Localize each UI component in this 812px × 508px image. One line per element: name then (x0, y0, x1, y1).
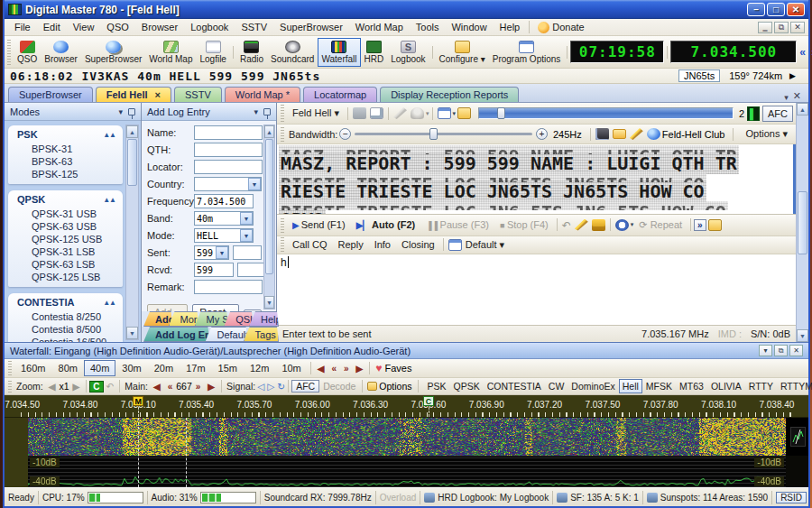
send-properties-icon[interactable] (708, 219, 722, 231)
mdi-restore-button[interactable]: ⧉ (774, 22, 789, 33)
frequency-scale[interactable]: 7.034.50 7.034.80 7.035.10 7.035.40 7.03… (5, 395, 808, 418)
menu-sstv[interactable]: SSTV (235, 20, 273, 34)
qth-field[interactable] (194, 143, 263, 157)
signal-prev-icon[interactable]: ◁ (257, 381, 264, 392)
tab-locatormap[interactable]: Locatormap (303, 87, 377, 102)
bandwidth-minus-button[interactable]: − (339, 128, 351, 140)
collapse-chevron-icon[interactable]: ▲▲ (103, 131, 115, 139)
locator-field[interactable] (194, 160, 263, 174)
mode-item[interactable]: Contestia 8/250 (8, 310, 123, 323)
frequency-up-button[interactable]: » (808, 46, 812, 59)
scheduler-clock-icon[interactable] (615, 219, 629, 231)
frequency-down-button[interactable]: « (797, 46, 808, 59)
hell-options-button[interactable]: Options ▾ (741, 125, 794, 143)
main-right-fast-icon[interactable]: ▶ (204, 382, 218, 392)
macro-reply[interactable]: Reply (333, 236, 369, 253)
log-menu-chevron-icon[interactable]: ▾ (254, 107, 258, 116)
mode-item[interactable]: QPSK-63 LSB (8, 258, 123, 271)
logfile-button[interactable]: Logfile (196, 38, 229, 67)
rcvd-extra-field[interactable] (237, 263, 266, 277)
slider-handle[interactable] (497, 107, 505, 119)
name-field[interactable] (194, 125, 263, 140)
marker-c[interactable]: C (423, 396, 434, 406)
zoom-in-icon[interactable]: ▶ (69, 382, 84, 392)
country-select[interactable]: ▼ (194, 177, 262, 191)
edit-pencil-icon[interactable] (630, 128, 643, 140)
mdi-minimize-button[interactable]: ‗ (758, 22, 772, 33)
menu-window[interactable]: Window (445, 20, 493, 34)
wf-mode-rtty[interactable]: RTTY (745, 379, 777, 393)
menu-edit[interactable]: Edit (37, 20, 67, 34)
mode-item[interactable]: QPSK-125 USB (8, 233, 123, 245)
hell-mode-select[interactable]: Feld Hell ▾ (287, 105, 345, 122)
tab-feld-hell[interactable]: Feld Hell× (96, 87, 171, 102)
bandwidth-slider-thumb[interactable] (429, 128, 438, 140)
band-first-icon[interactable]: ◀ (314, 364, 328, 374)
scrollbar-thumb[interactable] (798, 191, 807, 254)
undo-icon[interactable]: ↶ (106, 381, 115, 392)
mode-item[interactable]: QPSK-63 USB (8, 220, 123, 233)
collapse-chevron-icon[interactable]: ▲▲ (103, 299, 115, 307)
log-tab-add[interactable]: Add (143, 311, 173, 327)
scroll-up-icon[interactable]: ▲ (264, 125, 274, 138)
mode-item[interactable]: BPSK-125 (8, 168, 123, 180)
sunspots-status[interactable]: Sunspots: 114 Areas: 1590 (642, 491, 771, 504)
marker-m[interactable]: M (133, 396, 143, 406)
wf-mode-dominoex[interactable]: DominoEx (567, 379, 618, 393)
frequency-field[interactable] (194, 194, 254, 208)
signal-next-icon[interactable]: ▷ (267, 381, 274, 392)
edit-macros-icon[interactable] (575, 219, 588, 231)
repeat-button[interactable]: ⟳ Repeat (633, 217, 687, 234)
bandwidth-slider[interactable] (355, 133, 532, 135)
log-tab-mystation[interactable]: My S... (195, 311, 229, 327)
macro-info[interactable]: Info (369, 236, 396, 253)
menu-worldmap[interactable]: World Map (349, 20, 410, 34)
mode-item[interactable]: BPSK-63 (8, 155, 123, 168)
scrollbar-thumb[interactable] (265, 139, 273, 274)
waterfall-float-icon[interactable]: ⧉ (774, 345, 788, 356)
auto-button[interactable]: ▶▏Auto (F2) (351, 217, 421, 233)
tab-sstv[interactable]: SSTV (174, 87, 222, 102)
waterfall-close-icon[interactable]: ✕ (789, 345, 803, 356)
log-tab-help[interactable]: Help (249, 311, 279, 327)
waterfall-scope[interactable]: 7.034.50 7.034.80 7.035.10 7.035.40 7.03… (5, 395, 808, 487)
rcvd-field[interactable] (194, 263, 234, 277)
radio-button[interactable]: Radio (236, 38, 267, 67)
mode-item[interactable]: Contestia 16/500 (8, 336, 123, 342)
wf-mode-rttym[interactable]: RTTYM (777, 379, 812, 393)
wf-mode-mt63[interactable]: MT63 (676, 379, 707, 393)
modes-menu-chevron-icon[interactable]: ▾ (118, 107, 123, 116)
mode-item[interactable]: Contestia 8/500 (8, 323, 123, 336)
collapse-chevron-icon[interactable]: ▲▲ (103, 196, 115, 204)
band-next-icon[interactable]: » (340, 364, 353, 374)
tab-superbrowser[interactable]: SuperBrowser (8, 87, 93, 102)
configure-button[interactable]: Configure ▾ (436, 38, 489, 67)
feld-hell-club-link[interactable]: Feld-Hell Club (662, 129, 725, 140)
mode-item[interactable]: QPSK-125 LSB (8, 271, 123, 283)
scroll-up-icon[interactable]: ▲ (797, 103, 808, 115)
bearing-expand-arrow[interactable]: ▶ (789, 71, 796, 80)
lock-icon[interactable] (592, 219, 605, 231)
band-select[interactable]: 40m▼ (194, 211, 254, 226)
save-icon[interactable] (353, 107, 366, 119)
reset-button[interactable]: Reset (F4) (192, 304, 239, 311)
maximize-button[interactable]: □ (767, 3, 785, 16)
log-tab-qsl[interactable]: QSL (224, 311, 254, 327)
macro-closing[interactable]: Closing (396, 236, 440, 253)
menu-help[interactable]: Help (494, 20, 527, 34)
panel-scrollbar[interactable]: ▲ ▼ (796, 103, 808, 342)
mode-item[interactable]: QPSK-31 LSB (8, 245, 123, 258)
rx-scrollbar[interactable] (793, 144, 796, 214)
scrollbar-thumb[interactable] (127, 139, 137, 186)
mode-item[interactable]: QPSK-31 USB (8, 208, 123, 220)
waterfall-afc-toggle[interactable]: AFC (291, 380, 319, 393)
decode-button[interactable]: Decode (323, 381, 355, 392)
mode-select[interactable]: HELL▼ (194, 228, 254, 243)
waterfall-options-button[interactable]: Options (379, 381, 411, 392)
menu-logbook[interactable]: Logbook (184, 20, 235, 34)
wf-mode-contestia[interactable]: CONTESTIA (484, 379, 545, 393)
sent-extra-field[interactable] (233, 245, 262, 260)
band-40m[interactable]: 40m (84, 360, 115, 376)
logbook-status[interactable]: HRD Logbook: My Logbook (420, 491, 552, 504)
wf-mode-mfsk[interactable]: MFSK (642, 379, 676, 393)
